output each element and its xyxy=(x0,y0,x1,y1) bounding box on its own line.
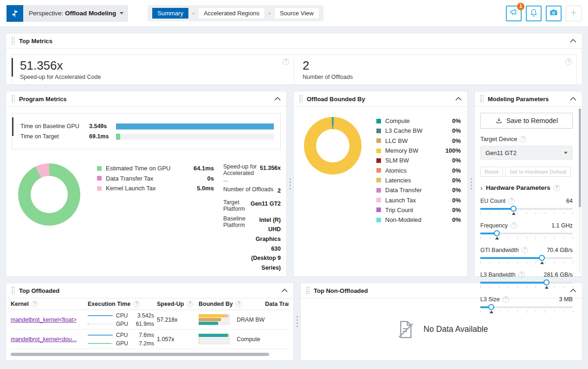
tick-mark xyxy=(536,237,536,239)
snapshot-button[interactable] xyxy=(546,6,562,21)
detail-label: Number of Offloads xyxy=(223,186,278,196)
help-icon[interactable]: ? xyxy=(283,58,289,65)
detail-value: 2 xyxy=(278,186,281,196)
help-icon[interactable]: ? xyxy=(554,185,560,191)
legend-label: SLM BW xyxy=(385,157,452,164)
slider-track[interactable] xyxy=(480,233,573,234)
slider-value: 64 xyxy=(566,198,573,204)
help-icon[interactable]: ? xyxy=(522,247,528,253)
collapse-button[interactable] xyxy=(274,97,281,101)
tick-mark xyxy=(554,261,555,264)
drag-handle-icon[interactable] xyxy=(12,287,15,294)
tick-mark xyxy=(573,286,573,288)
slider-handle[interactable] xyxy=(539,255,545,261)
legend-label: Launch Tax xyxy=(385,197,452,204)
slider-track[interactable] xyxy=(480,208,573,210)
save-to-remodel-button[interactable]: Save to Remodel xyxy=(480,113,573,129)
modeling-parameters-panel: Modeling Parameters Save to Remodel Targ… xyxy=(474,91,582,277)
legend-value: 0% xyxy=(452,127,461,134)
chevron-right-icon: › xyxy=(480,186,483,190)
bar-segment xyxy=(199,314,226,317)
column-header-bounded-by: Bounded By? xyxy=(199,301,265,307)
column-header-speed-up: Speed-Up? xyxy=(157,301,199,307)
tick-mark xyxy=(480,261,481,264)
kernel-link[interactable]: mandelbrot_kernel<dou... xyxy=(11,336,77,343)
collapse-button[interactable] xyxy=(281,289,288,292)
help-icon[interactable]: ? xyxy=(565,58,572,65)
drag-handle-icon[interactable] xyxy=(12,95,15,103)
help-icon[interactable]: ? xyxy=(510,222,517,229)
scrollbar-thumb[interactable] xyxy=(11,353,269,356)
tick-mark xyxy=(517,311,518,313)
help-icon[interactable]: ? xyxy=(503,296,509,303)
legend-swatch xyxy=(97,166,102,171)
help-icon[interactable]: ? xyxy=(518,272,525,278)
slider-eu-count: EU Count?64 xyxy=(480,198,573,216)
time-comparison-bars: Time on Baseline GPU3.549sTime on Target… xyxy=(12,113,281,149)
slider-track[interactable] xyxy=(480,306,573,308)
tick-mark xyxy=(499,311,499,313)
hardware-parameters-expander[interactable]: › Hardware Parameters ? xyxy=(480,184,573,191)
slider-track[interactable] xyxy=(480,282,573,284)
help-icon[interactable]: ? xyxy=(520,136,526,142)
time-breakdown-legend: Estimated Time on GPU64.1msData Transfer… xyxy=(97,162,214,276)
help-icon[interactable]: ? xyxy=(187,301,193,307)
tick-mark xyxy=(563,286,564,288)
help-icon[interactable]: ? xyxy=(508,198,515,204)
tab-separator-dot xyxy=(269,13,271,14)
bounded-by-bar xyxy=(199,337,230,341)
add-button xyxy=(566,6,582,21)
help-icon[interactable]: ? xyxy=(236,301,242,307)
announcements-button[interactable]: 1 xyxy=(506,6,522,21)
set-to-hardware-default-button[interactable]: Set to Hardware Default xyxy=(505,167,571,177)
detail-row-speed-up-for-accelerated: Speed-up for Accelerated ...51.356x xyxy=(223,163,281,183)
legend-label: L3 Cache BW xyxy=(385,127,452,134)
panel-resize-handle[interactable] xyxy=(290,178,291,189)
slider-default-marker xyxy=(545,286,549,289)
slider-ticks xyxy=(480,261,573,265)
legend-swatch xyxy=(97,176,102,181)
slider-handle[interactable] xyxy=(488,304,494,310)
help-icon[interactable]: ? xyxy=(133,301,140,307)
help-icon[interactable]: ? xyxy=(32,301,38,307)
collapse-button[interactable] xyxy=(570,97,576,101)
slider-track[interactable] xyxy=(480,257,573,259)
time-value: 3.542s xyxy=(130,312,157,319)
vertical-scrollbar xyxy=(579,109,581,273)
tab-source-view[interactable]: Source View xyxy=(275,8,319,19)
tick-mark xyxy=(508,286,509,288)
reset-button[interactable]: Reset xyxy=(480,167,503,177)
bounded-legend-item-llc-bw: LLC BW0% xyxy=(376,136,461,146)
legend-value: 0% xyxy=(452,187,461,194)
slider-handle[interactable] xyxy=(510,206,517,212)
panel-resize-handle[interactable] xyxy=(297,316,298,327)
slider-handle[interactable] xyxy=(543,279,549,285)
tab-accelerated-regions[interactable]: Accelerated Regions xyxy=(199,8,265,19)
legend-label: Data Transfer Tax xyxy=(106,175,207,182)
program-details-list: Speed-up for Accelerated ...51.356xNumbe… xyxy=(223,162,281,276)
time-value: 7.2ms xyxy=(130,340,157,347)
bounded-by-bars xyxy=(199,314,230,325)
panel-resize-handle[interactable] xyxy=(471,178,472,189)
collapse-button[interactable] xyxy=(455,97,462,101)
perspective-selector[interactable]: Perspective: Offload Modeling xyxy=(6,5,128,22)
table-row: mandelbrot_kernel<float>CPU3.542sGPU61.9… xyxy=(11,310,289,330)
drag-handle-icon[interactable] xyxy=(480,95,484,103)
scrollbar-thumb[interactable] xyxy=(579,109,581,207)
slider-handle[interactable] xyxy=(494,230,500,236)
target-device-select[interactable]: Gen11 GT2 xyxy=(480,146,573,160)
bounded-legend-item-atomics: Atomics0% xyxy=(376,165,461,175)
drag-handle-icon[interactable] xyxy=(299,95,303,103)
notifications-button[interactable] xyxy=(526,6,542,21)
collapse-button[interactable] xyxy=(570,39,576,43)
column-label: Kernel xyxy=(11,301,29,307)
drag-handle-icon[interactable] xyxy=(12,37,15,45)
kernel-link[interactable]: mandelbrot_kernel<float> xyxy=(11,317,77,323)
tab-summary[interactable]: Summary xyxy=(152,8,188,19)
drag-handle-icon[interactable] xyxy=(306,287,310,294)
time-bar-track xyxy=(116,123,274,129)
dashboard: Top Metrics 51.356xSpeed-up for Accelera… xyxy=(0,27,588,361)
column-header-kernel: Kernel? xyxy=(11,301,88,307)
bar-segment xyxy=(226,314,228,317)
tick-mark xyxy=(545,212,545,214)
